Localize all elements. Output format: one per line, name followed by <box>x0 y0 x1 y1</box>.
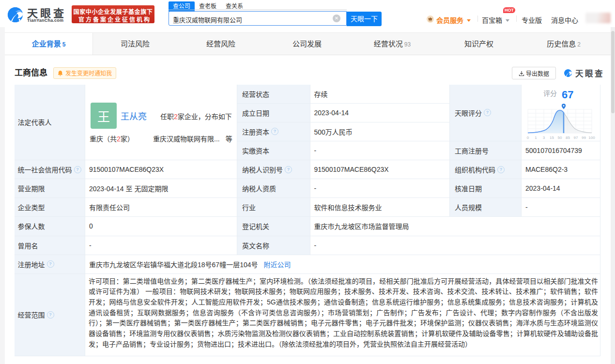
svg-text:100: 100 <box>588 136 595 140</box>
svg-text:99: 99 <box>582 136 586 140</box>
svg-text:15: 15 <box>550 136 554 140</box>
svg-text:3: 3 <box>543 136 545 140</box>
svg-text:97: 97 <box>574 136 578 140</box>
svg-text:85: 85 <box>566 136 570 140</box>
svg-text:50: 50 <box>558 136 562 140</box>
svg-text:1: 1 <box>535 136 537 140</box>
svg-text:0: 0 <box>527 136 529 140</box>
